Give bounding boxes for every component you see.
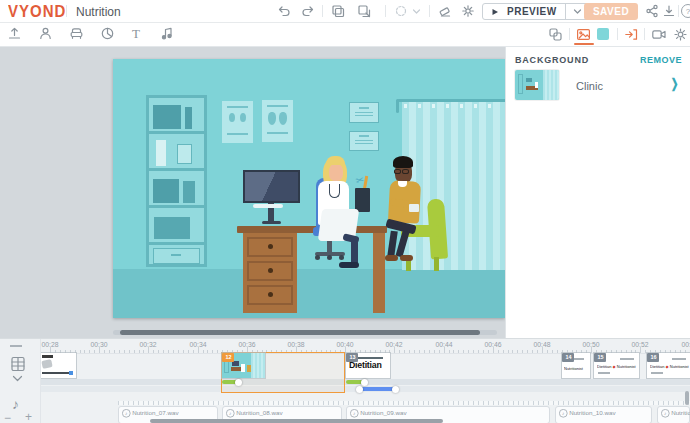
- action-handle[interactable]: [392, 386, 399, 393]
- settings-gear-icon[interactable]: [461, 4, 475, 18]
- ruler-tick: [640, 347, 641, 353]
- preview-label: PREVIEW: [499, 6, 565, 17]
- ruler-tick: [168, 350, 169, 353]
- chevron-right-icon[interactable]: ❯: [671, 76, 679, 91]
- canvas-area: ✂: [0, 46, 505, 338]
- camera-icon[interactable]: [651, 27, 667, 42]
- timeline-gutter: ♪ − +: [0, 339, 41, 423]
- audio-icon[interactable]: [160, 26, 175, 41]
- effects-icon[interactable]: [394, 4, 408, 18]
- scene-thumbnail-11[interactable]: [40, 353, 76, 378]
- ruler-tick: [488, 350, 489, 353]
- ruler-tick: [468, 350, 469, 353]
- audio-waveform-ruler: [118, 401, 690, 405]
- ruler-tick: [139, 350, 140, 353]
- ruler-tick: [557, 350, 558, 353]
- share-icon[interactable]: [645, 4, 659, 18]
- scene-number-badge: 16: [647, 353, 659, 362]
- action-handle[interactable]: [356, 386, 363, 393]
- preview-button[interactable]: PREVIEW: [482, 3, 590, 20]
- ruler-tick: [473, 350, 474, 353]
- scene-number-badge: 12: [222, 353, 234, 362]
- action-handle[interactable]: [361, 379, 368, 386]
- canvas-scrollbar-thumb[interactable]: [120, 330, 480, 335]
- ruler-tick: [178, 350, 179, 353]
- ruler-tick: [80, 350, 81, 353]
- divider: [322, 5, 323, 17]
- scene-settings-gear-icon[interactable]: [673, 27, 688, 42]
- monitor-base: [262, 221, 281, 224]
- chart-icon[interactable]: [100, 26, 115, 41]
- ruler-tick: [508, 350, 509, 353]
- ruler-tick: [158, 350, 159, 353]
- clinic-floor: [113, 269, 505, 318]
- undo-icon[interactable]: [277, 4, 291, 18]
- remove-background-button[interactable]: REMOVE: [640, 55, 682, 65]
- desk-top: [237, 226, 387, 233]
- ruler-tick: [217, 350, 218, 353]
- divider: [678, 5, 679, 17]
- help-icon[interactable]: ?: [681, 4, 690, 18]
- divider: [66, 5, 67, 17]
- text-icon[interactable]: T: [132, 26, 140, 41]
- certificate: [349, 131, 379, 151]
- lungs-poster: [262, 100, 293, 142]
- ruler-tick: [483, 350, 484, 353]
- active-tab-underline: [574, 43, 594, 45]
- paste-icon[interactable]: [357, 4, 371, 18]
- ruler-time-label: 00:54: [681, 341, 690, 349]
- zoom-in-button[interactable]: +: [25, 410, 32, 423]
- vyond-logo[interactable]: VYOND: [8, 3, 66, 21]
- desk-drawers: [243, 233, 297, 313]
- ruler-tick: [444, 347, 445, 353]
- computer-monitor: [243, 170, 300, 203]
- ruler-tick: [542, 347, 543, 353]
- timeline-vscrollbar-thumb[interactable]: [685, 391, 689, 405]
- background-image-icon[interactable]: [576, 27, 591, 42]
- ruler-tick: [193, 350, 194, 353]
- ruler-tick: [537, 350, 538, 353]
- ruler-tick: [517, 350, 518, 353]
- audio-note-icon: ♪: [122, 409, 131, 418]
- character-icon[interactable]: [38, 26, 53, 41]
- audio-clip[interactable]: ♪Nutrition_11.wav: [657, 406, 690, 423]
- background-color-swatch[interactable]: [597, 28, 609, 40]
- audio-note-icon: ♪: [559, 409, 568, 418]
- props-icon[interactable]: [69, 26, 84, 41]
- redo-icon[interactable]: [301, 4, 315, 18]
- ruler-tick: [552, 350, 553, 353]
- action-handle[interactable]: [235, 379, 242, 386]
- download-icon[interactable]: [662, 4, 676, 18]
- upload-icon[interactable]: [7, 26, 22, 41]
- app-header: VYOND Nutrition PREVIEW SAVED ?: [0, 0, 690, 23]
- stage-canvas[interactable]: ✂: [113, 59, 505, 318]
- audio-clip-label: ♪Nutrition_11.wav: [661, 409, 683, 418]
- enter-exit-icon[interactable]: [624, 27, 639, 42]
- ruler-tick: [591, 347, 592, 353]
- audio-clip[interactable]: ♪Nutrition_10.wav: [555, 406, 652, 423]
- ruler-tick: [503, 350, 504, 353]
- action-bar-blue[interactable]: [359, 387, 396, 391]
- background-thumbnail[interactable]: [515, 70, 559, 100]
- ruler-tick: [94, 350, 95, 353]
- timeline-scrollbar-thumb[interactable]: [150, 419, 443, 423]
- collapse-dash-icon[interactable]: [10, 345, 22, 347]
- chair-wheel: [327, 255, 332, 260]
- copy-icon[interactable]: [331, 4, 345, 18]
- ruler-tick: [153, 350, 154, 353]
- timeline-ruler[interactable]: 00:2800:3000:3200:3400:3600:3800:4000:42…: [0, 339, 690, 354]
- ruler-tick: [547, 350, 548, 353]
- effects-dropdown-icon[interactable]: [411, 6, 422, 17]
- swap-icon[interactable]: [548, 27, 563, 42]
- track-chevron-down-icon[interactable]: [12, 375, 23, 383]
- project-title[interactable]: Nutrition: [76, 5, 121, 19]
- eraser-icon[interactable]: [438, 4, 452, 18]
- scene-number-badge: 15: [594, 353, 606, 362]
- ruler-tick: [439, 350, 440, 353]
- zoom-out-button[interactable]: −: [4, 411, 11, 423]
- ruler-tick: [163, 350, 164, 353]
- canvas-scrollbar-track[interactable]: [113, 330, 497, 335]
- certificate: [349, 102, 379, 123]
- ruler-tick: [409, 350, 410, 353]
- audio-track-icon: ♪: [12, 396, 19, 412]
